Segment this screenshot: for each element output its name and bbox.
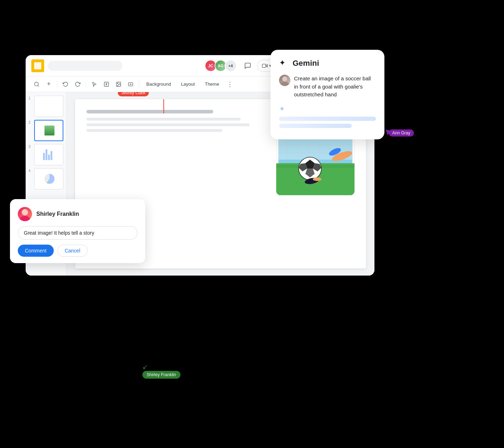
gemini-user-row: Create an image of a soccer ball in fron… [279,75,376,99]
app-icon [31,59,44,72]
slide-body-lines [86,118,268,132]
slide-thumbnail-1[interactable] [34,96,63,117]
avatar-more[interactable]: +4 [225,60,237,72]
slide-number-1: 1 [28,96,33,100]
gemini-header: ✦ Gemini [279,58,376,68]
slide-title-line [86,110,213,113]
slide-number-2: 2 [28,121,33,124]
svg-point-45 [20,216,30,221]
divider-1 [57,81,57,88]
chart-bar [46,149,47,160]
slide-number-4: 4 [28,169,33,173]
gemini-title: Gemini [293,59,319,68]
gemini-response-area: ✦ [279,105,376,128]
text-box-icon[interactable] [101,79,112,90]
comment-input[interactable] [18,226,137,240]
pie-chart-thumb [44,174,54,184]
layout-button[interactable]: Layout [177,79,199,89]
chat-icon[interactable] [242,60,254,72]
zoom-icon[interactable] [31,79,42,90]
slide-thumb-3[interactable]: 3 [28,144,63,165]
add-icon[interactable]: + [43,79,54,90]
slide-body-line [86,123,250,126]
comment-cancel-button[interactable]: Cancel [57,245,88,257]
slide-thumbnail-2[interactable] [34,120,63,141]
slide-number-3: 3 [28,145,33,149]
redo-icon[interactable] [72,79,83,90]
gemini-user-avatar [279,75,290,86]
svg-marker-0 [266,64,267,67]
more-options-icon[interactable]: ⋮ [225,79,235,89]
shirley-cursor-arrow-icon: ↙ [142,364,180,370]
jeffrey-cursor-line [163,99,164,113]
slide-thumb-1[interactable]: 1 [28,96,63,117]
ann-gray-cursor-label: Ann Gray [389,129,414,137]
gemini-response-sparkle: ✦ [279,105,376,113]
undo-icon[interactable] [60,79,71,90]
svg-point-12 [117,83,118,84]
comment-actions: Comment Cancel [18,245,137,257]
svg-point-44 [22,209,28,215]
slide-body-line [86,129,222,132]
chart-bar [43,153,45,160]
jeffrey-clark-cursor-label: Jeffrey Clark [118,92,149,96]
slide2-image-thumb [44,126,54,135]
divider-2 [86,81,86,88]
gemini-loading-bar-1 [279,117,376,121]
background-button[interactable]: Background [142,79,175,89]
svg-point-41 [313,177,321,181]
ann-gray-cursor: Ann Gray [385,130,391,135]
svg-line-6 [38,85,39,86]
add-slide-icon[interactable] [125,79,136,90]
shirley-cursor-area: ↙ Shirley Franklin [142,364,180,379]
svg-point-5 [35,82,38,86]
gemini-prompt-text: Create an image of a soccer ball in fron… [294,75,376,99]
slide-thumbnail-4[interactable] [34,168,63,190]
title-input[interactable] [48,61,122,71]
comment-box: Shirley Franklin Comment Cancel [10,199,145,263]
comment-submit-button[interactable]: Comment [18,245,54,257]
svg-point-43 [280,82,289,86]
chart-bar [48,155,50,160]
gemini-panel: ✦ Gemini Create an image of a soccer bal… [271,50,384,139]
slide-thumb-2[interactable]: 2 [28,120,63,141]
svg-point-42 [282,76,287,81]
theme-button[interactable]: Theme [200,79,223,89]
slide-body-line [86,118,241,121]
slide-thumbnail-3[interactable] [34,144,63,165]
comment-user-avatar [18,207,32,221]
svg-rect-1 [262,64,266,67]
slide-text-area [86,110,268,132]
shirley-cursor-label: Shirley Franklin [142,371,180,379]
comment-user-row: Shirley Franklin [18,207,137,221]
comment-user-name: Shirley Franklin [36,211,79,217]
select-icon[interactable] [89,79,100,90]
gemini-star-icon: ✦ [279,58,289,68]
slide-thumb-4[interactable]: 4 [28,168,63,190]
divider-3 [139,81,139,88]
chart-bar [51,151,52,160]
image-icon[interactable] [113,79,124,90]
gemini-loading-bar-2 [279,124,352,128]
chart-bars [43,149,53,160]
collaborators-group: JC AG +4 [205,60,237,72]
